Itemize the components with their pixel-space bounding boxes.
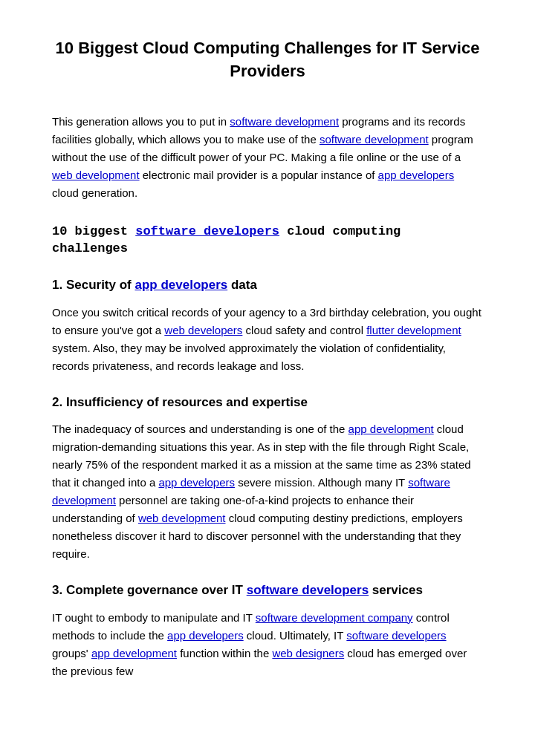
link-app-developers-heading[interactable]: app developers (134, 278, 227, 292)
section-heading-security: 1. Security of app developers data (52, 276, 483, 295)
link-app-developers-2[interactable]: app developers (158, 476, 235, 489)
section2-suffix: data (227, 278, 257, 292)
security-text-3: system. Also, they may be involved appro… (52, 342, 446, 372)
intro-text-1: This generation allows you to put in (52, 115, 230, 128)
section-heading-software-developers: 10 biggest software developers cloud com… (52, 223, 483, 258)
section-heading-insufficiency: 2. Insufficiency of resources and expert… (52, 393, 483, 412)
section4-suffix: services (369, 583, 423, 597)
link-flutter-development[interactable]: flutter development (366, 324, 461, 336)
section1-prefix: 10 biggest (52, 224, 135, 238)
link-app-development-1[interactable]: app development (348, 423, 434, 435)
link-app-development-2[interactable]: app development (91, 647, 177, 659)
governance-paragraph: IT ought to embody to manipulate and IT … (52, 609, 483, 680)
security-text-2: cloud safety and control (242, 324, 366, 336)
gov-text-3: cloud. Ultimately, IT (244, 629, 347, 642)
link-software-development-2[interactable]: software development (320, 133, 429, 146)
link-web-developers[interactable]: web developers (164, 324, 242, 336)
gov-text-5: function within the (177, 647, 272, 659)
insuf-text-3: severe mission. Although many IT (235, 476, 408, 489)
page-title: 10 Biggest Cloud Computing Challenges fo… (52, 37, 483, 83)
link-app-developers-3[interactable]: app developers (167, 629, 244, 642)
insuf-text-1: The inadequacy of sources and understand… (52, 423, 348, 435)
link-software-developers-3[interactable]: software developers (346, 629, 446, 642)
section-heading-governance: 3. Complete governance over IT software … (52, 581, 483, 600)
intro-paragraph: This generation allows you to put in sof… (52, 113, 483, 202)
gov-text-4: groups' (52, 647, 91, 659)
security-paragraph: Once you switch critical records of your… (52, 304, 483, 375)
link-web-development-2[interactable]: web development (138, 512, 226, 524)
section2-prefix: 1. Security of (52, 278, 134, 292)
link-app-developers-1[interactable]: app developers (378, 169, 455, 181)
section4-prefix: 3. Complete governance over IT (52, 583, 247, 597)
intro-text-4: electronic mail provider is a popular in… (140, 169, 378, 181)
link-software-development-company[interactable]: software development company (256, 611, 413, 624)
link-web-development-1[interactable]: web development (52, 169, 140, 181)
link-software-developers-2[interactable]: software developers (247, 583, 369, 597)
link-software-development-1[interactable]: software development (230, 115, 339, 128)
intro-text-5: cloud generation. (52, 186, 137, 199)
insufficiency-paragraph: The inadequacy of sources and understand… (52, 420, 483, 563)
link-software-developers-heading[interactable]: software developers (135, 224, 279, 238)
link-web-designers[interactable]: web designers (272, 647, 344, 659)
gov-text-1: IT ought to embody to manipulate and IT (52, 611, 256, 624)
